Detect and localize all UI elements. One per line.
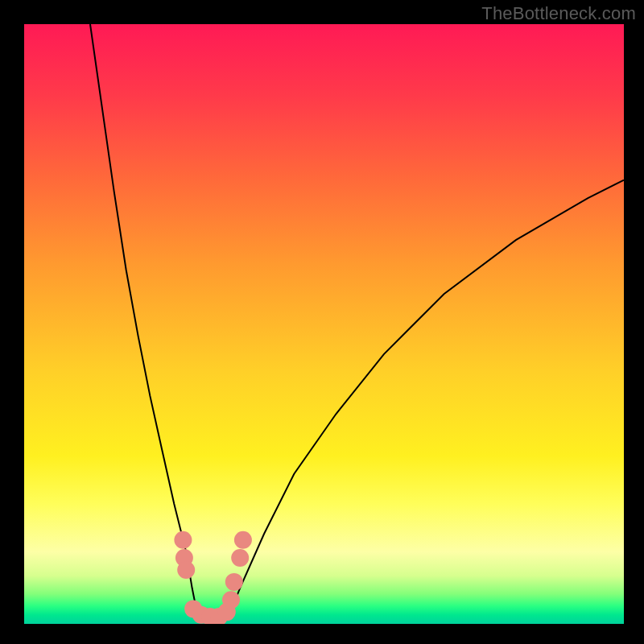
plot-area xyxy=(24,24,624,624)
curve-group xyxy=(90,24,624,618)
watermark-text: TheBottleneck.com xyxy=(481,3,636,24)
marker-dot xyxy=(225,573,243,591)
marker-dot xyxy=(231,549,249,567)
curve-left-branch xyxy=(90,24,198,618)
marker-group xyxy=(174,531,252,624)
plot-svg xyxy=(24,24,624,624)
marker-dot xyxy=(234,531,252,549)
chart-container: TheBottleneck.com xyxy=(0,0,644,644)
marker-dot xyxy=(177,561,195,579)
marker-dot xyxy=(174,531,192,549)
curve-right-branch xyxy=(228,180,624,618)
marker-dot xyxy=(222,591,240,609)
